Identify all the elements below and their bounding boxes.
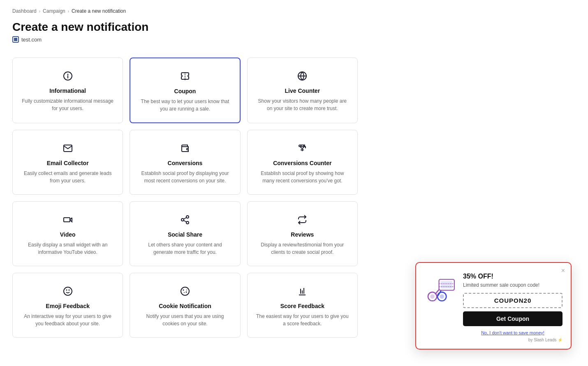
card-email-collector[interactable]: Email CollectorEasily collect emails and… <box>12 130 123 195</box>
breadcrumb-dashboard[interactable]: Dashboard <box>12 8 37 14</box>
emoji-feedback-title: Emoji Feedback <box>21 303 114 309</box>
svg-point-10 <box>186 216 189 218</box>
social-share-icon <box>138 213 231 226</box>
emoji-feedback-icon <box>21 285 114 298</box>
svg-point-11 <box>181 219 184 221</box>
conversions-icon <box>138 142 231 155</box>
site-icon <box>12 36 19 43</box>
card-live-counter[interactable]: Live CounterShow your visitors how many … <box>247 58 358 123</box>
card-cookie-notification[interactable]: Cookie NotificationNotify your users tha… <box>130 273 240 338</box>
video-icon <box>21 213 114 226</box>
card-emoji-feedback[interactable]: Emoji FeedbackAn interactive way for you… <box>12 273 123 338</box>
svg-point-18 <box>181 287 189 295</box>
score-feedback-title: Score Feedback <box>256 303 349 309</box>
conversions-desc: Establish social proof by displaying you… <box>138 170 231 184</box>
svg-point-30 <box>440 295 444 299</box>
powered-by: by Slash Leads ⚡ <box>463 338 563 342</box>
reviews-title: Reviews <box>256 231 349 238</box>
cookie-notification-icon <box>138 285 231 298</box>
reviews-desc: Display a review/testimonial from your c… <box>256 241 349 256</box>
conversions-counter-title: Conversions Counter <box>256 160 349 166</box>
conversions-counter-desc: Establish social proof by showing how ma… <box>256 170 349 184</box>
email-collector-desc: Easily collect emails and generate leads… <box>21 170 114 184</box>
card-video[interactable]: VideoEasily display a small widget with … <box>12 201 123 266</box>
score-feedback-desc: The easiest way for your users to give y… <box>256 313 349 327</box>
live-counter-desc: Show your visitors how many people are o… <box>256 97 349 112</box>
get-coupon-button[interactable]: Get Coupon <box>463 311 563 326</box>
card-coupon[interactable]: CouponThe best way to let your users kno… <box>130 58 240 123</box>
breadcrumb: Dashboard › Campaign › Create a new noti… <box>0 0 588 17</box>
cards-container: InformationalFully customizable informat… <box>0 45 370 346</box>
breadcrumb-sep-1: › <box>39 9 40 14</box>
informational-title: Informational <box>21 87 114 94</box>
conversions-counter-icon <box>256 142 349 155</box>
card-score-feedback[interactable]: Score FeedbackThe easiest way for your u… <box>247 273 358 338</box>
live-counter-title: Live Counter <box>256 87 349 94</box>
popup-content: 35% OFF! Limited summer sale coupon code… <box>463 273 563 342</box>
page-header: Create a new notification test.com <box>0 17 588 45</box>
coupon-desc: The best way to let your users know that… <box>139 98 231 113</box>
informational-icon <box>21 69 114 83</box>
popup-illustration <box>424 273 457 307</box>
preview-popup: × 35% OFF! Limited summer sale coupon c <box>415 262 572 346</box>
popup-inner: 35% OFF! Limited summer sale coupon code… <box>424 273 563 342</box>
coupon-title: Coupon <box>139 88 231 94</box>
social-share-title: Social Share <box>138 231 231 238</box>
svg-point-12 <box>186 221 189 224</box>
score-feedback-icon <box>256 285 349 298</box>
site-name: test.com <box>21 37 42 43</box>
popup-subtext: Limited summer sale coupon code! <box>463 282 563 289</box>
svg-line-14 <box>184 218 187 219</box>
page-title: Create a new notification <box>12 21 576 34</box>
card-informational[interactable]: InformationalFully customizable informat… <box>12 58 123 123</box>
informational-desc: Fully customizable informational message… <box>21 97 114 112</box>
conversions-title: Conversions <box>138 160 231 166</box>
card-conversions-counter[interactable]: Conversions CounterEstablish social proo… <box>247 130 358 195</box>
no-save-link[interactable]: No, I don't want to save money! <box>463 330 563 335</box>
svg-rect-34 <box>441 281 452 289</box>
email-collector-title: Email Collector <box>21 160 114 166</box>
svg-point-28 <box>430 295 435 299</box>
card-social-share[interactable]: Social ShareLet others share your conten… <box>130 201 240 266</box>
popup-headline: 35% OFF! <box>463 273 563 280</box>
video-desc: Easily display a small widget with an in… <box>21 241 114 256</box>
email-collector-icon <box>21 142 114 155</box>
svg-rect-9 <box>64 218 70 222</box>
coupon-code-box: COUPON20 <box>463 293 563 308</box>
social-share-desc: Let others share your content and genera… <box>138 241 231 256</box>
cards-grid: InformationalFully customizable informat… <box>12 58 358 338</box>
svg-point-15 <box>64 287 72 295</box>
coupon-icon <box>139 70 231 83</box>
breadcrumb-current: Create a new notification <box>72 8 126 14</box>
breadcrumb-campaign[interactable]: Campaign <box>43 8 65 14</box>
video-title: Video <box>21 231 114 238</box>
cookie-notification-title: Cookie Notification <box>138 303 231 309</box>
live-counter-icon <box>256 69 349 83</box>
card-conversions[interactable]: ConversionsEstablish social proof by dis… <box>130 130 240 195</box>
site-badge: test.com <box>12 36 576 43</box>
reviews-icon <box>256 213 349 226</box>
card-reviews[interactable]: ReviewsDisplay a review/testimonial from… <box>247 201 358 266</box>
cookie-notification-desc: Notify your users that you are using coo… <box>138 313 231 327</box>
emoji-feedback-desc: An interactive way for your users to giv… <box>21 313 114 327</box>
popup-close-button[interactable]: × <box>561 267 565 274</box>
svg-line-13 <box>184 221 187 222</box>
breadcrumb-sep-2: › <box>68 9 69 14</box>
